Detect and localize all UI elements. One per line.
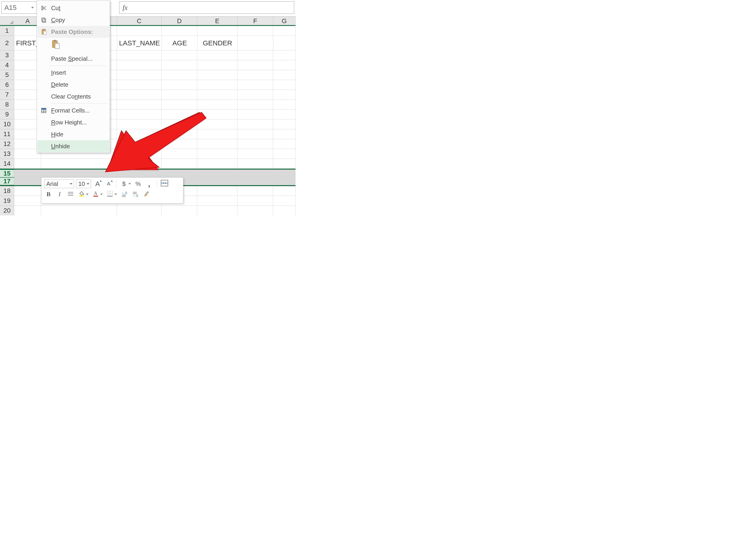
cell-D5[interactable] — [162, 70, 197, 80]
cell-F18[interactable] — [237, 186, 273, 196]
cell-G20[interactable] — [273, 206, 296, 215]
menu-hide[interactable]: Hide — [37, 128, 109, 140]
cell-F7[interactable] — [237, 90, 273, 100]
percent-format-button[interactable]: % — [134, 179, 142, 188]
column-header-G[interactable]: G — [273, 16, 296, 25]
cell-D2[interactable]: AGE — [162, 36, 197, 50]
column-header-C[interactable]: C — [117, 16, 162, 25]
cell-E1[interactable] — [197, 26, 237, 36]
cell-E6[interactable] — [197, 80, 237, 90]
cell-F20[interactable] — [237, 206, 273, 215]
cell-E20[interactable] — [197, 206, 237, 215]
cell-G10[interactable] — [273, 119, 296, 129]
cell-C4[interactable] — [117, 60, 162, 70]
cell-D11[interactable] — [162, 129, 197, 139]
cell-C9[interactable] — [117, 109, 162, 119]
accounting-format-button[interactable]: $ — [120, 179, 128, 188]
cell-G11[interactable] — [273, 129, 296, 139]
column-header-E[interactable]: E — [197, 16, 237, 25]
row-header-6[interactable]: 6 — [0, 80, 14, 90]
cell-B20[interactable] — [41, 206, 117, 215]
cell-C11[interactable] — [117, 129, 162, 139]
cell-E5[interactable] — [197, 70, 237, 80]
cell-G17[interactable] — [273, 177, 296, 185]
cell-D4[interactable] — [162, 60, 197, 70]
cell-B14[interactable] — [41, 159, 117, 169]
cell-C5[interactable] — [117, 70, 162, 80]
cell-E8[interactable] — [197, 100, 237, 109]
cell-C20[interactable] — [117, 206, 162, 215]
cell-D1[interactable] — [162, 26, 197, 36]
row-header-12[interactable]: 12 — [0, 139, 14, 149]
cell-E18[interactable] — [197, 186, 237, 196]
bold-button[interactable]: B — [44, 190, 53, 199]
cell-G18[interactable] — [273, 186, 296, 196]
cell-D6[interactable] — [162, 80, 197, 90]
cell-D8[interactable] — [162, 100, 197, 109]
cell-E4[interactable] — [197, 60, 237, 70]
cell-F3[interactable] — [237, 50, 273, 60]
font-family-combo[interactable]: Arial — [44, 179, 74, 188]
cell-C3[interactable] — [117, 50, 162, 60]
row-header-11[interactable]: 11 — [0, 129, 14, 139]
cell-D20[interactable] — [162, 206, 197, 215]
cell-G5[interactable] — [273, 70, 296, 80]
cell-F11[interactable] — [237, 129, 273, 139]
row-header-2[interactable]: 2 — [0, 36, 14, 50]
cell-E13[interactable] — [197, 149, 237, 159]
formula-bar-input[interactable] — [131, 1, 294, 14]
cell-G4[interactable] — [273, 60, 296, 70]
fx-label[interactable]: fx — [119, 1, 131, 14]
row-header-3[interactable]: 3 — [0, 50, 14, 60]
cell-E3[interactable] — [197, 50, 237, 60]
name-box[interactable]: A15 — [1, 1, 36, 14]
cell-G19[interactable] — [273, 196, 296, 206]
cell-F14[interactable] — [237, 159, 273, 169]
cell-A18[interactable] — [14, 186, 41, 196]
decrease-decimal-button[interactable]: .00→.0 — [131, 190, 140, 199]
cell-D12[interactable] — [162, 139, 197, 149]
cell-D9[interactable] — [162, 109, 197, 119]
cell-G1[interactable] — [273, 26, 296, 36]
cell-B15[interactable] — [41, 169, 117, 177]
cell-E7[interactable] — [197, 90, 237, 100]
cell-C8[interactable] — [117, 100, 162, 109]
increase-decimal-button[interactable]: ←.0.00 — [120, 190, 129, 199]
cell-E9[interactable] — [197, 109, 237, 119]
cell-D15[interactable] — [162, 169, 197, 177]
row-header-14[interactable]: 14 — [0, 159, 14, 169]
row-header-17[interactable]: 17 — [0, 177, 14, 185]
cell-F17[interactable] — [237, 177, 273, 185]
cell-C2[interactable]: LAST_NAME — [117, 36, 162, 50]
cell-F8[interactable] — [237, 100, 273, 109]
cell-C12[interactable] — [117, 139, 162, 149]
row-header-1[interactable]: 1 — [0, 26, 14, 36]
menu-delete[interactable]: Delete — [37, 79, 109, 90]
row-header-4[interactable]: 4 — [0, 60, 14, 70]
cell-A19[interactable] — [14, 196, 41, 206]
cell-C1[interactable] — [117, 26, 162, 36]
cell-D13[interactable] — [162, 149, 197, 159]
cell-G15[interactable] — [273, 169, 296, 177]
column-header-F[interactable]: F — [238, 16, 273, 25]
increase-font-button[interactable]: A▲ — [93, 179, 102, 188]
cell-A14[interactable] — [14, 159, 41, 169]
cell-F12[interactable] — [237, 139, 273, 149]
row-header-9[interactable]: 9 — [0, 109, 14, 119]
cell-E10[interactable] — [197, 119, 237, 129]
row-header-15[interactable]: 15 — [0, 169, 14, 177]
paste-default-icon[interactable] — [50, 39, 61, 50]
cell-D3[interactable] — [162, 50, 197, 60]
cell-G14[interactable] — [273, 159, 296, 169]
menu-copy[interactable]: Copy — [37, 14, 109, 26]
cell-E19[interactable] — [197, 196, 237, 206]
menu-paste-special[interactable]: Paste Special... — [37, 53, 109, 65]
row-header-19[interactable]: 19 — [0, 196, 14, 206]
cell-D7[interactable] — [162, 90, 197, 100]
cell-D14[interactable] — [162, 159, 197, 169]
cell-C7[interactable] — [117, 90, 162, 100]
cell-G6[interactable] — [273, 80, 296, 90]
cell-F4[interactable] — [237, 60, 273, 70]
row-header-13[interactable]: 13 — [0, 149, 14, 159]
row-header-10[interactable]: 10 — [0, 119, 14, 129]
